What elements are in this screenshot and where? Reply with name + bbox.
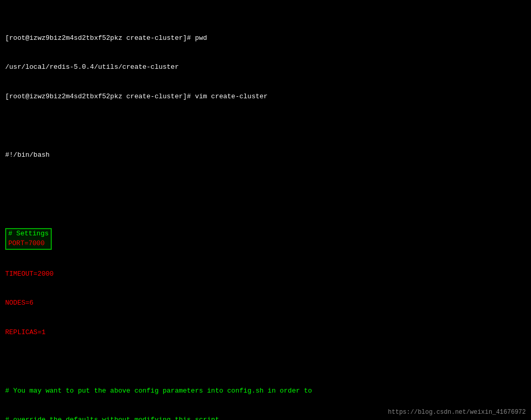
line-3: [root@izwz9biz2m4sd2tbxf52pkz create-clu… (5, 92, 526, 102)
terminal-output: [root@izwz9biz2m4sd2tbxf52pkz create-clu… (0, 0, 531, 420)
line-blank1 (5, 357, 526, 367)
footer-url: https://blog.csdn.net/weixin_41676972 (388, 409, 526, 416)
line-2: /usr/local/redis-5.0.4/utils/create-clus… (5, 63, 526, 72)
line-comment2: # override the defaults without modifyin… (5, 415, 526, 420)
line-6 (5, 179, 526, 189)
line-comment1: # You may want to put the above config p… (5, 386, 526, 396)
line-1: [root@izwz9biz2m4sd2tbxf52pkz create-clu… (5, 34, 526, 43)
line-replicas: REPLICAS=1 (5, 328, 526, 338)
line-4 (5, 121, 526, 131)
line-5: #!/bin/bash (5, 151, 526, 160)
line-timeout: TIMEOUT=2000 (5, 269, 526, 279)
line-settings-comment: # Settings PORT=7000 (5, 228, 526, 250)
line-nodes: NODES=6 (5, 298, 526, 308)
